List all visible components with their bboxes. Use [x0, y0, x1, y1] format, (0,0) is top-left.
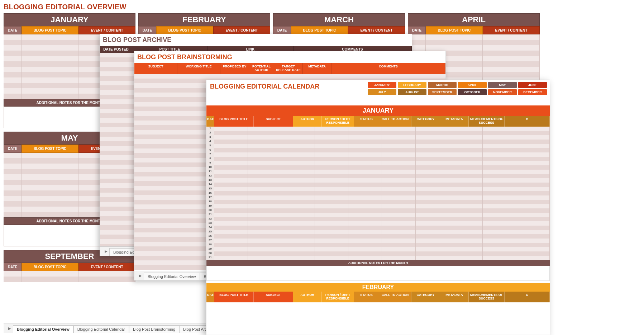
- brainstorm-col-working-title: WORKING TITLE: [177, 63, 220, 74]
- calendar-day-row[interactable]: 24: [206, 226, 550, 230]
- day-number: 6: [206, 148, 214, 152]
- brainstorm-col-comments: COMMENTS: [331, 63, 445, 74]
- day-number: 23: [206, 221, 214, 226]
- calendar-day-row[interactable]: 9: [206, 161, 550, 165]
- month-tab[interactable]: DECEMBER: [518, 89, 547, 95]
- calendar-day-row[interactable]: 11: [206, 170, 550, 174]
- calendar-sheet: BLOGGING EDITORIAL CALENDAR JANUARYFEBRU…: [206, 80, 550, 335]
- month-header-row: DATE BLOG POST TOPIC EVENT / CONTENT: [138, 26, 270, 34]
- day-number: 5: [206, 144, 214, 148]
- calendar-day-row[interactable]: 16: [206, 191, 550, 195]
- calendar-day-row[interactable]: 4: [206, 140, 550, 144]
- calendar-day-row[interactable]: 30: [206, 251, 550, 256]
- month-tab[interactable]: OCTOBER: [458, 89, 487, 95]
- table-row[interactable]: [4, 271, 135, 277]
- calendar-day-row[interactable]: 27: [206, 239, 550, 243]
- day-number: 30: [206, 251, 214, 256]
- calendar-notes-area[interactable]: [206, 266, 550, 281]
- calendar-day-row[interactable]: 14: [206, 183, 550, 187]
- calendar-day-row[interactable]: 13: [206, 178, 550, 183]
- calendar-day-row[interactable]: 18: [206, 200, 550, 204]
- calendar-day-row[interactable]: 5: [206, 144, 550, 148]
- day-number: 12: [206, 174, 214, 178]
- calendar-day-row[interactable]: 8: [206, 157, 550, 161]
- calendar-day-row[interactable]: 12: [206, 174, 550, 178]
- month-header-row: DATE BLOG POST TOPIC EVENT / CONTENT: [273, 26, 405, 34]
- calendar-day-row[interactable]: 22: [206, 217, 550, 221]
- calendar-day-row[interactable]: 3: [206, 135, 550, 140]
- month-tab[interactable]: MAY: [488, 82, 517, 88]
- calendar-day-row[interactable]: 23: [206, 221, 550, 226]
- calendar-day-row[interactable]: 10: [206, 165, 550, 170]
- calendar-day-row[interactable]: 26: [206, 234, 550, 239]
- month-tab[interactable]: MARCH: [428, 82, 457, 88]
- calendar-day-row[interactable]: 31: [206, 256, 550, 260]
- day-number: 28: [206, 243, 214, 247]
- calendar-day-row[interactable]: 29: [206, 247, 550, 251]
- col-topic: BLOG POST TOPIC: [22, 26, 78, 34]
- calendar-col-header: PERSON / DEPT RESPONSIBLE: [322, 292, 354, 302]
- day-number: 11: [206, 170, 214, 174]
- day-number: 26: [206, 234, 214, 239]
- col-event: EVENT / CONTENT: [213, 26, 270, 34]
- calendar-col-header: SUBJECT: [254, 292, 293, 302]
- calendar-col-header: C: [505, 292, 550, 302]
- tab-arrow-icon[interactable]: ▶: [137, 274, 144, 278]
- sheet-tab[interactable]: Blogging Editorial Overview: [144, 273, 200, 280]
- table-row[interactable]: [408, 34, 540, 40]
- month-tab[interactable]: JUNE: [518, 82, 547, 88]
- sheet-tab[interactable]: Blogging Editorial Calendar: [73, 325, 129, 333]
- calendar-day-row[interactable]: 1: [206, 127, 550, 131]
- tab-arrow-icon[interactable]: ▶: [6, 326, 13, 330]
- month-tab[interactable]: JANUARY: [368, 82, 396, 88]
- calendar-col-header: MEASUREMENTS OF SUCCESS: [469, 292, 505, 302]
- brainstorm-header-row: SUBJECT WORKING TITLE PROPOSED BY POTENT…: [134, 63, 445, 74]
- calendar-col-header: METADATA: [440, 292, 469, 302]
- calendar-col-header: PERSON / DEPT RESPONSIBLE: [322, 116, 354, 127]
- month-header-row: DATE BLOG POST TOPIC EVENT / CONTENT: [408, 26, 540, 34]
- day-number: 1: [206, 127, 214, 131]
- day-number: 10: [206, 165, 214, 170]
- overview-sheet-tabs: ▶ Blogging Editorial OverviewBlogging Ed…: [4, 324, 233, 333]
- col-date: DATE: [273, 26, 291, 34]
- tab-arrow-icon[interactable]: ▶: [103, 249, 109, 253]
- col-topic: BLOG POST TOPIC: [291, 26, 348, 34]
- col-date: DATE: [138, 26, 156, 34]
- calendar-day-row[interactable]: 2: [206, 131, 550, 135]
- calendar-day-row[interactable]: 28: [206, 243, 550, 247]
- calendar-day-row[interactable]: 21: [206, 213, 550, 217]
- calendar-col-header: AUTHOR: [293, 292, 322, 302]
- calendar-col-header: C: [505, 116, 550, 127]
- day-number: 13: [206, 178, 214, 183]
- table-row[interactable]: [134, 74, 445, 79]
- month-tab[interactable]: JULY: [368, 89, 396, 95]
- sheet-tab[interactable]: Blogging Editorial Overview: [13, 325, 73, 333]
- calendar-day-row[interactable]: 25: [206, 230, 550, 234]
- sheet-tab[interactable]: Blog Post Brainstorming: [129, 325, 179, 333]
- month-tab[interactable]: FEBRUARY: [398, 82, 426, 88]
- table-row[interactable]: [408, 40, 540, 45]
- calendar-day-row[interactable]: 7: [206, 152, 550, 157]
- day-number: 15: [206, 187, 214, 191]
- calendar-day-row[interactable]: 6: [206, 148, 550, 152]
- table-row[interactable]: [4, 277, 135, 282]
- calendar-day-row[interactable]: 19: [206, 204, 550, 208]
- calendar-day-row[interactable]: 20: [206, 208, 550, 213]
- calendar-day-rows: 1234567891011121314151617181920212223242…: [206, 127, 550, 260]
- month-tab[interactable]: SEPTEMBER: [428, 89, 457, 95]
- day-number: 27: [206, 239, 214, 243]
- day-number: 21: [206, 213, 214, 217]
- calendar-day-row[interactable]: 17: [206, 195, 550, 200]
- table-row[interactable]: [408, 45, 540, 51]
- archive-col-date-posted: DATE POSTED: [100, 46, 132, 53]
- col-date: DATE: [4, 145, 22, 153]
- month-tab[interactable]: NOVEMBER: [488, 89, 517, 95]
- calendar-col-header: CALL TO ACTION: [379, 116, 411, 127]
- month-title: FEBRUARY: [138, 13, 270, 26]
- col-date: DATE: [4, 26, 22, 34]
- day-number: 24: [206, 226, 214, 230]
- month-tab[interactable]: AUGUST: [398, 89, 426, 95]
- month-header-row: DATE BLOG POST TOPIC EVENT / CONTENT: [4, 263, 135, 271]
- month-tab[interactable]: APRIL: [458, 82, 487, 88]
- calendar-day-row[interactable]: 15: [206, 187, 550, 191]
